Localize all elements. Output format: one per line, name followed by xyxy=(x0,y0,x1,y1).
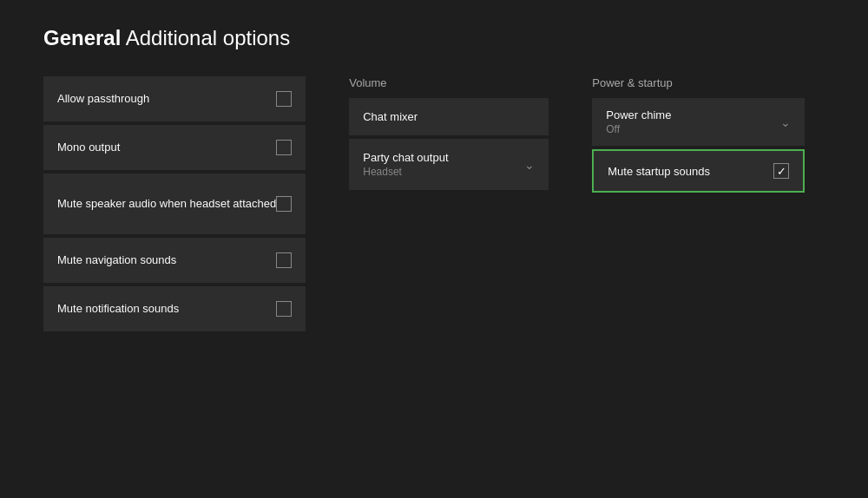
allow-passthrough-row[interactable]: Allow passthrough xyxy=(43,76,306,121)
left-settings-column: Allow passthrough Mono output Mute speak… xyxy=(43,76,306,331)
party-chat-output-value: Headset xyxy=(363,166,448,178)
mute-navigation-checkbox[interactable] xyxy=(276,252,292,268)
mono-output-row[interactable]: Mono output xyxy=(43,125,306,170)
mute-speaker-audio-label: Mute speaker audio when headset attached xyxy=(57,196,276,212)
mute-notification-row[interactable]: Mute notification sounds xyxy=(43,286,306,331)
party-chat-output-row[interactable]: Party chat output Headset ⌄ xyxy=(349,139,549,190)
power-startup-section-title: Power & startup xyxy=(592,76,805,89)
power-chime-label: Power chime xyxy=(606,108,671,121)
mute-speaker-audio-checkbox[interactable] xyxy=(276,196,292,212)
mute-notification-label: Mute notification sounds xyxy=(57,301,179,317)
party-chat-label-group: Party chat output Headset xyxy=(363,151,448,178)
party-chat-chevron-icon: ⌄ xyxy=(524,158,535,172)
mute-startup-checkbox[interactable] xyxy=(773,163,789,179)
power-chime-value: Off xyxy=(606,123,671,135)
party-chat-output-label: Party chat output xyxy=(363,151,448,164)
mute-navigation-row[interactable]: Mute navigation sounds xyxy=(43,238,306,283)
power-section: Power chime Off ⌄ Mute startup sounds xyxy=(592,98,805,193)
mono-output-checkbox[interactable] xyxy=(276,140,292,155)
chat-mixer-row[interactable]: Chat mixer xyxy=(349,98,549,135)
page-title: General Additional options xyxy=(43,26,825,50)
volume-section-title: Volume xyxy=(349,76,549,89)
volume-column: Volume Chat mixer Party chat output Head… xyxy=(349,76,549,190)
mute-startup-label: Mute startup sounds xyxy=(608,165,710,178)
chat-mixer-label: Chat mixer xyxy=(363,110,418,123)
mono-output-label: Mono output xyxy=(57,140,120,155)
power-chime-content: Power chime Off xyxy=(606,108,671,135)
power-startup-column: Power & startup Power chime Off ⌄ Mute s… xyxy=(592,76,805,193)
power-chime-chevron-icon: ⌄ xyxy=(780,115,791,129)
power-chime-row[interactable]: Power chime Off ⌄ xyxy=(592,98,805,146)
mute-startup-row[interactable]: Mute startup sounds xyxy=(592,149,805,193)
allow-passthrough-checkbox[interactable] xyxy=(276,91,292,107)
mute-navigation-label: Mute navigation sounds xyxy=(57,252,176,268)
allow-passthrough-label: Allow passthrough xyxy=(57,91,149,107)
mute-notification-checkbox[interactable] xyxy=(276,301,292,317)
mute-speaker-audio-row[interactable]: Mute speaker audio when headset attached xyxy=(43,174,306,234)
